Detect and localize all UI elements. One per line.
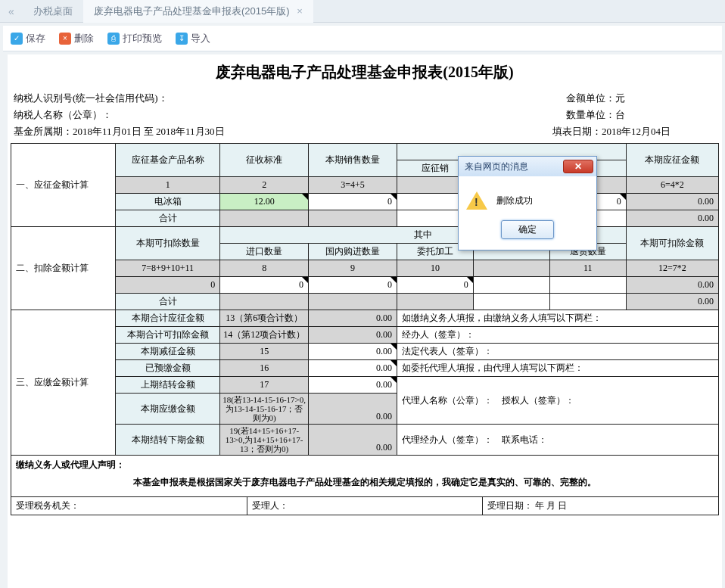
col6: 6=4*2 xyxy=(626,177,718,194)
footer-row: 受理税务机关： 受理人： 受理日期： 年 月 日 xyxy=(11,497,719,515)
r13v: 0.00 xyxy=(309,310,397,327)
sum2-amt: 0.00 xyxy=(626,294,718,310)
tab-form[interactable]: 废弃电器电子产品处理基金申报表(2015年版) × xyxy=(83,0,313,23)
filldate-label: 填表日期： xyxy=(552,126,602,137)
r15c: 15 xyxy=(220,344,309,360)
v9-input[interactable]: 0 xyxy=(309,277,397,294)
print-icon: ⎙ xyxy=(107,33,120,45)
sum2-label: 合计 xyxy=(116,294,220,310)
dialog-message: 删除成功 xyxy=(496,194,533,207)
r14c: 14（第12项合计数） xyxy=(220,327,309,344)
sum-label: 合计 xyxy=(116,210,220,227)
foot-c: 受理日期： 年 月 日 xyxy=(482,497,718,515)
v7: 0 xyxy=(116,277,220,294)
print-button[interactable]: ⎙打印预览 xyxy=(107,32,162,45)
message-dialog: 来自网页的消息 ✕ 删除成功 确定 xyxy=(458,156,597,250)
period-value: 2018年11月01日 至 2018年11月30日 xyxy=(73,126,225,137)
sig2: 经办人（签章）： xyxy=(397,327,718,344)
r19v: 0.00 xyxy=(309,425,397,456)
r15l: 本期减征金额 xyxy=(116,344,220,360)
r16c: 16 xyxy=(220,360,309,377)
sig4: 如委托代理人填报，由代理人填写以下两栏： xyxy=(397,360,718,377)
dialog-title-bar: 来自网页的消息 ✕ xyxy=(459,157,596,176)
foot-b: 受理人： xyxy=(247,497,483,515)
col11: 11 xyxy=(549,260,626,277)
v10-input[interactable]: 0 xyxy=(397,277,473,294)
tab-desk[interactable]: 办税桌面 xyxy=(23,0,83,23)
h-import: 进口数量 xyxy=(220,244,309,260)
import-button[interactable]: ↧导入 xyxy=(176,32,210,45)
sig5: 代理人名称（公章）： 授权人（签章）： xyxy=(397,377,718,425)
taxid-label: 纳税人识别号(统一社会信用代码)： xyxy=(14,90,168,107)
section1-label: 一、应征金额计算 xyxy=(11,144,116,227)
import-icon: ↧ xyxy=(176,33,188,45)
meta-block: 纳税人识别号(统一社会信用代码)：金额单位：元 纳税人名称（公章）：数量单位：台… xyxy=(11,90,719,143)
sig6: 代理经办人（签章）： 联系电话： xyxy=(397,425,718,456)
declaration: 缴纳义务人或代理人声明： 本基金申报表是根据国家关于废弃电器电子产品处理基金的相… xyxy=(11,456,719,497)
col3: 3=4+5 xyxy=(309,177,397,194)
filldate-value: 2018年12月04日 xyxy=(602,126,671,137)
page-title: 废弃电器电子产品处理基金申报表(2015年版) xyxy=(11,58,719,90)
h-standard: 征收标准 xyxy=(220,144,309,177)
sig1: 如缴纳义务人填报，由缴纳义务人填写以下两栏： xyxy=(397,310,718,327)
tabs-back-icon[interactable]: « xyxy=(0,5,23,17)
tab-label: 废弃电器电子产品处理基金申报表(2015年版) xyxy=(94,5,290,17)
col1: 1 xyxy=(116,177,220,194)
r14v: 0.00 xyxy=(309,327,397,344)
r18l: 本期应缴金额 xyxy=(116,394,220,425)
h-domestic: 国内购进数量 xyxy=(309,244,397,260)
v12: 0.00 xyxy=(626,277,718,294)
r18c: 18(若13-14-15-16-17>0,为13-14-15-16-17；否则为… xyxy=(220,394,309,425)
col12: 12=7*2 xyxy=(626,260,718,277)
r16l: 已预缴金额 xyxy=(116,360,220,377)
amount-unit: 金额单位：元 xyxy=(566,90,625,107)
h-amount: 本期应征金额 xyxy=(626,144,718,177)
period-label: 基金所属期： xyxy=(14,126,73,137)
form-sheet: 废弃电器电子产品处理基金申报表(2015年版) 纳税人识别号(统一社会信用代码)… xyxy=(8,54,722,588)
delete-button[interactable]: ×删除 xyxy=(59,32,94,45)
section3-label: 三、应缴金额计算 xyxy=(11,310,116,456)
h-deduct: 本期可扣除数量 xyxy=(116,227,220,260)
delete-icon: × xyxy=(59,33,71,45)
col2: 2 xyxy=(220,177,309,194)
h-product: 应征基金产品名称 xyxy=(116,144,220,177)
qty3-input[interactable]: 0 xyxy=(309,194,397,210)
r13l: 本期合计应征金额 xyxy=(116,310,220,327)
taxpayer-label: 纳税人名称（公章）： xyxy=(14,107,112,123)
r19c: 19(若14+15+16+17-13>0,为14+15+16+17-13；否则为… xyxy=(220,425,309,456)
r18v: 0.00 xyxy=(309,394,397,425)
col9: 9 xyxy=(309,260,397,277)
v8-input[interactable]: 0 xyxy=(220,277,309,294)
toolbar: ✓保存 ×删除 ⎙打印预览 ↧导入 xyxy=(3,26,722,51)
save-icon: ✓ xyxy=(11,33,23,45)
product-name: 电冰箱 xyxy=(116,194,220,210)
r17l: 上期结转金额 xyxy=(116,377,220,394)
col10: 10 xyxy=(397,260,473,277)
r19l: 本期结转下期金额 xyxy=(116,425,220,456)
r14l: 本期合计可扣除金额 xyxy=(116,327,220,344)
standard-input[interactable]: 12.00 xyxy=(220,194,309,210)
dialog-title: 来自网页的消息 xyxy=(465,160,528,173)
tab-bar: « 办税桌面 废弃电器电子产品处理基金申报表(2015年版) × xyxy=(0,0,725,23)
dialog-close-button[interactable]: ✕ xyxy=(563,160,593,173)
r13c: 13（第6项合计数） xyxy=(220,310,309,327)
r17c: 17 xyxy=(220,377,309,394)
r15v-input[interactable]: 0.00 xyxy=(309,344,397,360)
sum-amt: 0.00 xyxy=(626,210,718,227)
col7: 7=8+9+10+11 xyxy=(116,260,220,277)
warning-icon xyxy=(466,191,487,210)
sig3: 法定代表人（签章）： xyxy=(397,344,718,360)
foot-a: 受理税务机关： xyxy=(11,497,247,515)
decl-head: 缴纳义务人或代理人声明： xyxy=(16,459,714,471)
dialog-ok-button[interactable]: 确定 xyxy=(501,220,554,239)
r16v-input[interactable]: 0.00 xyxy=(309,360,397,377)
h-qty: 本期销售数量 xyxy=(309,144,397,177)
save-button[interactable]: ✓保存 xyxy=(11,32,45,45)
qty-unit: 数量单位：台 xyxy=(566,107,625,123)
h-deduct-amt: 本期可扣除金额 xyxy=(626,227,718,260)
section2-label: 二、扣除金额计算 xyxy=(11,227,116,310)
r17v-input[interactable]: 0.00 xyxy=(309,377,397,394)
close-icon[interactable]: × xyxy=(297,5,303,17)
main-table: 一、应征金额计算 应征基金产品名称 征收标准 本期销售数量 本期应征金额 应征销… xyxy=(11,143,719,456)
col8: 8 xyxy=(220,260,309,277)
